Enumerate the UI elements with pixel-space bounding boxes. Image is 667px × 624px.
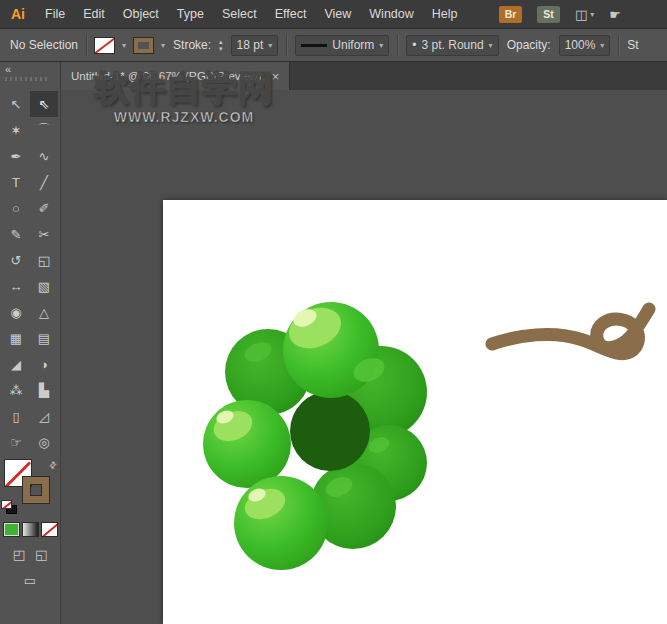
stroke-proxy[interactable]	[23, 477, 49, 503]
symbol-sprayer-tool[interactable]: ⁂	[2, 377, 30, 403]
grape-cluster	[203, 300, 427, 570]
menu-items: FileEditObjectTypeSelectEffectViewWindow…	[36, 0, 467, 28]
width-tool[interactable]: ↔	[2, 273, 30, 299]
ellipse-tool[interactable]: ○	[2, 195, 30, 221]
stroke-weight-stepper[interactable]: ▴ ▾	[219, 38, 223, 52]
divider	[286, 34, 287, 56]
chevron-down-icon[interactable]: ▾	[122, 41, 126, 50]
stroke-weight-value: 18 pt	[237, 38, 264, 52]
drawing-mode-buttons: ◰◱	[13, 547, 48, 562]
fill-color-swatch[interactable]	[95, 38, 114, 53]
menu-effect[interactable]: Effect	[266, 0, 316, 28]
menubar-right-group: Br St ◫ ▾ ☛	[499, 6, 621, 23]
scissors-tool[interactable]: ✂	[30, 221, 58, 247]
menu-bar: Ai FileEditObjectTypeSelectEffectViewWin…	[0, 0, 667, 28]
selection-status: No Selection	[10, 38, 78, 52]
workspace-switcher[interactable]: ◫ ▾	[575, 7, 594, 22]
chevron-down-icon: ▾	[600, 41, 604, 50]
menu-window[interactable]: Window	[360, 0, 422, 28]
hand-tool[interactable]: ☞	[2, 429, 30, 455]
stroke-profile-preview	[301, 44, 327, 47]
chevron-down-icon: ▾	[268, 41, 272, 50]
chevron-down-icon: ▾	[379, 41, 383, 50]
swap-fill-stroke-icon[interactable]: ⇄	[47, 459, 59, 471]
line-segment-tool[interactable]: ╱	[30, 169, 58, 195]
menu-edit[interactable]: Edit	[74, 0, 114, 28]
shape-builder-tool[interactable]: ◉	[2, 299, 30, 325]
screen-mode-button[interactable]: ▭	[24, 573, 36, 588]
direct-selection-tool[interactable]: ⇖	[30, 91, 58, 117]
brush-dot-icon: •	[412, 38, 416, 52]
curvature-tool[interactable]: ∿	[30, 143, 58, 169]
artboard[interactable]	[163, 200, 667, 624]
color-proxy-button[interactable]	[4, 523, 19, 536]
tools-panel-header[interactable]: «	[0, 62, 61, 90]
none-proxy-button[interactable]	[42, 523, 57, 536]
eyedropper-tool[interactable]: ◢	[2, 351, 30, 377]
paintbrush-tool[interactable]: ✐	[30, 195, 58, 221]
panel-grip-dots	[5, 77, 47, 81]
width-profile-dropdown[interactable]: Uniform ▾	[295, 35, 389, 56]
menu-file[interactable]: File	[36, 0, 74, 28]
illustrator-logo: Ai	[0, 6, 36, 22]
grape-circle	[203, 400, 291, 488]
stroke-color-swatch[interactable]	[134, 38, 153, 53]
blend-tool[interactable]: ◑	[30, 351, 58, 377]
chevron-down-icon: ▾	[489, 41, 493, 50]
zoom-tool[interactable]: ◎	[30, 429, 58, 455]
stroke-weight-dropdown[interactable]: 18 pt ▾	[231, 35, 279, 56]
document-tab-bar: « Untitled-1* @ 66.67% (RGB/Preview) ×	[0, 62, 667, 90]
default-fill-stroke-icon[interactable]	[2, 501, 17, 514]
close-tab-icon[interactable]: ×	[272, 70, 280, 83]
width-profile-value: Uniform	[332, 38, 374, 52]
menu-object[interactable]: Object	[114, 0, 168, 28]
draw-normal-button[interactable]: ◰	[13, 547, 25, 562]
brush-definition-dropdown[interactable]: • 3 pt. Round ▾	[406, 35, 498, 56]
menu-view[interactable]: View	[315, 0, 360, 28]
pen-tool[interactable]: ✒	[2, 143, 30, 169]
divider	[397, 34, 398, 56]
chevron-down-icon[interactable]: ▾	[161, 41, 165, 50]
slice-tool[interactable]: ◿	[30, 403, 58, 429]
column-graph-tool[interactable]: ▙	[30, 377, 58, 403]
opacity-dropdown[interactable]: 100% ▾	[559, 35, 611, 56]
style-label-truncated: St	[627, 38, 638, 52]
gradient-tool[interactable]: ▤	[30, 325, 58, 351]
pencil-tool[interactable]: ✎	[2, 221, 30, 247]
touch-workspace-icon: ☛	[609, 7, 621, 22]
opacity-value: 100%	[565, 38, 596, 52]
selection-tool[interactable]: ↖	[2, 91, 30, 117]
stepper-up-icon[interactable]: ▴	[219, 38, 223, 45]
mesh-tool[interactable]: ▦	[2, 325, 30, 351]
perspective-grid-tool[interactable]: △	[30, 299, 58, 325]
artboard-tool[interactable]: ▯	[2, 403, 30, 429]
brown-squiggle-stroke	[492, 309, 649, 354]
stroke-label: Stroke:	[173, 38, 211, 52]
menu-select[interactable]: Select	[213, 0, 266, 28]
control-bar: No Selection ▾ ▾ Stroke: ▴ ▾ 18 pt ▾ Uni…	[0, 28, 667, 62]
divider	[618, 34, 619, 56]
grape-circle	[234, 476, 328, 570]
opacity-label: Opacity:	[507, 38, 551, 52]
stock-button[interactable]: St	[537, 6, 560, 23]
stepper-down-icon[interactable]: ▾	[219, 45, 223, 52]
magic-wand-tool[interactable]: ✶	[2, 117, 30, 143]
draw-behind-button[interactable]: ◱	[35, 547, 47, 562]
collapse-panel-icon[interactable]: «	[5, 63, 55, 75]
type-tool[interactable]: T	[2, 169, 30, 195]
rotate-tool[interactable]: ↺	[2, 247, 30, 273]
bridge-button[interactable]: Br	[499, 6, 522, 23]
gradient-proxy-button[interactable]	[23, 523, 38, 536]
tool-grid: ↖⇖✶⌒✒∿T╱○✐✎✂↺◱↔▧◉△▦▤◢◑⁂▙▯◿☞◎	[2, 91, 58, 455]
default-fill-mini	[2, 501, 11, 508]
fill-stroke-indicator: ⇄	[2, 460, 58, 514]
menu-type[interactable]: Type	[168, 0, 213, 28]
touch-workspace-toggle[interactable]: ☛	[609, 7, 621, 22]
menu-help[interactable]: Help	[423, 0, 467, 28]
free-transform-tool[interactable]: ▧	[30, 273, 58, 299]
scale-tool[interactable]: ◱	[30, 247, 58, 273]
document-tab[interactable]: Untitled-1* @ 66.67% (RGB/Preview) ×	[61, 62, 290, 90]
canvas-pasteboard[interactable]	[61, 90, 667, 624]
document-tab-title: Untitled-1* @ 66.67% (RGB/Preview)	[71, 70, 262, 82]
lasso-tool[interactable]: ⌒	[30, 117, 58, 143]
